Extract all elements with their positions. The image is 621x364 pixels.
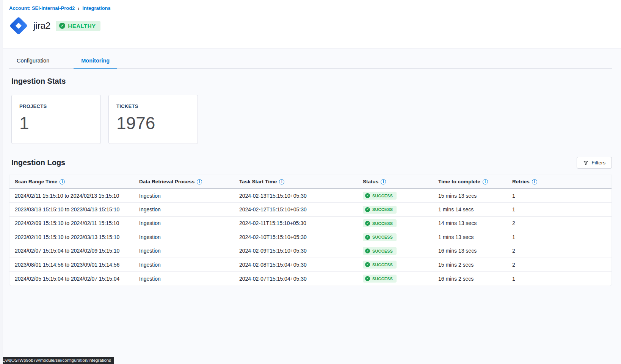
table-header-row: Scan Range Time i Data Retrieval Process… [9, 175, 612, 189]
cell-time-to-complete: 1 mins 14 secs [433, 206, 507, 212]
filter-funnel-icon [583, 160, 588, 166]
status-badge: ✓SUCCESS [363, 247, 397, 255]
info-icon[interactable]: i [197, 179, 202, 184]
breadcrumb-account-link[interactable]: Account: SEI-Internal-Prod2 [9, 5, 75, 11]
cell-task-start: 2024-02-11T15:15:10+05:30 [234, 220, 358, 226]
cell-scan-range: 2024/02/11 15:15:10 to 2024/02/13 15:15:… [9, 193, 134, 199]
ingestion-stats-heading: Ingestion Stats [11, 77, 621, 86]
health-status-label: HEALTHY [68, 23, 96, 29]
page-title: jira2 [33, 20, 50, 31]
cell-task-start: 2024-02-09T15:15:10+05:30 [234, 248, 358, 254]
cell-scan-range: 2024/02/05 15:15:04 to 2024/02/07 15:15:… [9, 276, 134, 282]
check-circle-icon: ✓ [365, 193, 370, 198]
check-circle-icon: ✓ [365, 262, 370, 267]
column-data-retrieval-process: Data Retrieval Process i [134, 175, 234, 188]
info-icon[interactable]: i [381, 179, 386, 184]
breadcrumb: Account: SEI-Internal-Prod2 › Integratio… [9, 5, 612, 11]
cell-status: ✓SUCCESS [358, 233, 433, 241]
cell-status: ✓SUCCESS [358, 261, 433, 269]
check-circle-icon: ✓ [365, 235, 370, 240]
status-badge: ✓SUCCESS [363, 275, 397, 283]
table-row[interactable]: 2024/02/05 15:15:04 to 2024/02/07 15:15:… [9, 272, 612, 285]
check-circle-icon: ✓ [59, 23, 65, 29]
cell-status: ✓SUCCESS [358, 219, 433, 228]
cell-task-start: 2024-02-12T15:15:10+05:30 [234, 206, 358, 212]
table-row[interactable]: 2023/02/10 15:15:10 to 2023/03/13 15:15:… [9, 230, 612, 244]
table-row[interactable]: 2023/08/01 15:14:56 to 2023/09/01 15:14:… [9, 258, 612, 272]
cell-scan-range: 2023/08/01 15:14:56 to 2023/09/01 15:14:… [9, 262, 134, 268]
cell-retries: 2 [507, 262, 612, 268]
stat-label: TICKETS [116, 103, 190, 109]
jira-logo-icon [9, 16, 28, 35]
cell-task-start: 2024-02-08T15:15:04+05:30 [234, 262, 358, 268]
info-icon[interactable]: i [483, 179, 488, 184]
cell-time-to-complete: 15 mins 2 secs [433, 262, 507, 268]
status-badge: ✓SUCCESS [363, 261, 397, 269]
cell-time-to-complete: 14 mins 13 secs [433, 220, 507, 226]
stat-card-tickets: TICKETS 1976 [108, 95, 198, 144]
status-badge: ✓SUCCESS [363, 206, 397, 214]
cell-task-start: 2024-02-13T15:15:10+05:30 [234, 193, 358, 199]
column-retries: Retries i [507, 175, 612, 188]
cell-process: Ingestion [134, 248, 234, 254]
chevron-right-icon: › [78, 5, 79, 11]
stat-value: 1 [19, 114, 93, 132]
page-header: Account: SEI-Internal-Prod2 › Integratio… [0, 0, 621, 48]
stat-label: PROJECTS [19, 103, 93, 109]
cell-retries: 1 [507, 206, 612, 212]
cell-scan-range: 2024/02/07 15:15:04 to 2024/02/09 15:15:… [9, 248, 134, 254]
column-task-start-time: Task Start Time i [234, 175, 358, 188]
info-icon[interactable]: i [532, 179, 537, 184]
check-circle-icon: ✓ [365, 276, 370, 281]
cell-status: ✓SUCCESS [358, 275, 433, 283]
table-row[interactable]: 2024/02/07 15:15:04 to 2024/02/09 15:15:… [9, 244, 612, 258]
cell-process: Ingestion [134, 206, 234, 212]
table-row[interactable]: 2023/03/13 15:15:10 to 2023/04/13 15:15:… [9, 203, 612, 216]
info-icon[interactable]: i [60, 179, 65, 184]
cell-time-to-complete: 15 mins 13 secs [433, 193, 507, 199]
cell-process: Ingestion [134, 262, 234, 268]
cell-process: Ingestion [134, 220, 234, 226]
cell-scan-range: 2024/02/09 15:15:10 to 2024/02/11 15:15:… [9, 220, 134, 226]
cell-scan-range: 2023/02/10 15:15:10 to 2023/03/13 15:15:… [9, 234, 134, 240]
cell-scan-range: 2023/03/13 15:15:10 to 2023/04/13 15:15:… [9, 206, 134, 212]
filters-button[interactable]: Filters [577, 157, 612, 169]
column-scan-range-time: Scan Range Time i [9, 175, 134, 188]
stat-value: 1976 [116, 114, 190, 132]
ingestion-logs-table: Scan Range Time i Data Retrieval Process… [9, 175, 612, 286]
tab-bar: Configuration Monitoring [9, 54, 612, 69]
status-badge: ✓SUCCESS [363, 192, 397, 200]
status-badge: ✓SUCCESS [363, 219, 397, 227]
column-status: Status i [358, 175, 433, 188]
cell-process: Ingestion [134, 276, 234, 282]
check-circle-icon: ✓ [365, 207, 370, 212]
cell-process: Ingestion [134, 234, 234, 240]
cell-task-start: 2024-02-10T15:15:10+05:30 [234, 234, 358, 240]
tab-configuration[interactable]: Configuration [9, 54, 57, 68]
ingestion-logs-heading: Ingestion Logs [11, 158, 65, 167]
cell-retries: 2 [507, 248, 612, 254]
cell-process: Ingestion [134, 193, 234, 199]
cell-time-to-complete: 16 mins 2 secs [433, 276, 507, 282]
tab-monitoring[interactable]: Monitoring [74, 54, 117, 68]
check-circle-icon: ✓ [365, 221, 370, 226]
status-badge: ✓SUCCESS [363, 233, 397, 241]
cell-retries: 1 [507, 276, 612, 282]
cell-task-start: 2024-02-07T15:15:04+05:30 [234, 276, 358, 282]
stats-row: PROJECTS 1 TICKETS 1976 [11, 95, 621, 144]
cell-status: ✓SUCCESS [358, 205, 433, 214]
health-status-badge: ✓ HEALTHY [56, 21, 100, 31]
cell-status: ✓SUCCESS [358, 247, 433, 255]
stat-card-projects: PROJECTS 1 [11, 95, 101, 144]
link-preview-status-bar: QwqOSllWp9ob7w/module/sei/configuration/… [0, 357, 114, 364]
table-row[interactable]: 2024/02/09 15:15:10 to 2024/02/11 15:15:… [9, 217, 612, 230]
cell-retries: 1 [507, 193, 612, 199]
check-circle-icon: ✓ [365, 248, 370, 253]
cell-time-to-complete: 16 mins 13 secs [433, 248, 507, 254]
table-row[interactable]: 2024/02/11 15:15:10 to 2024/02/13 15:15:… [9, 189, 612, 203]
breadcrumb-integrations-link[interactable]: Integrations [82, 5, 110, 11]
info-icon[interactable]: i [279, 179, 284, 184]
cell-status: ✓SUCCESS [358, 192, 433, 200]
cell-retries: 1 [507, 234, 612, 240]
cell-time-to-complete: 1 mins 13 secs [433, 234, 507, 240]
